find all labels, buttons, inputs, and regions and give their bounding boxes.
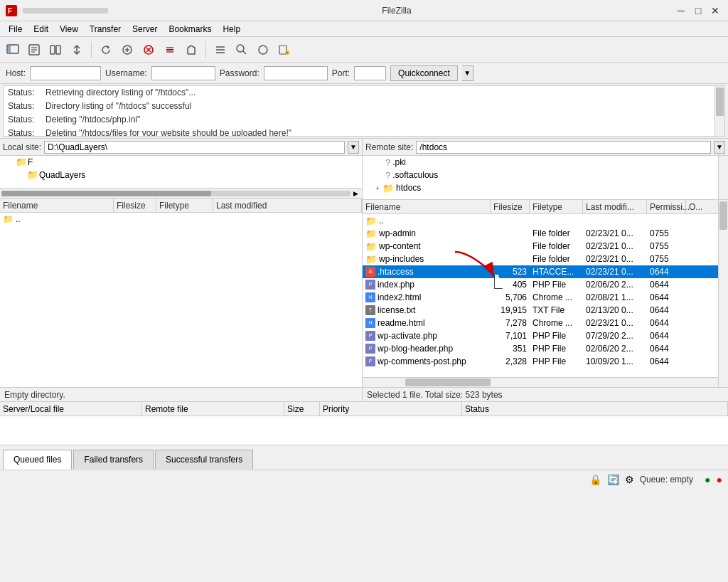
tab-successful-transfers[interactable]: Successful transfers — [155, 450, 253, 470]
maximize-button[interactable]: □ — [691, 4, 705, 18]
remote-tree-htdocs[interactable]: + 📁 htdocs — [363, 181, 728, 194]
status-line: Status:Deleting "/htdocs/php.ini" — [4, 113, 724, 127]
local-tree-item-f[interactable]: 📁 F — [0, 156, 362, 169]
transfer-col-remote: Remote file — [142, 402, 284, 416]
toolbar-refresh[interactable] — [96, 40, 116, 60]
menu-server[interactable]: Server — [127, 21, 163, 36]
status-line: Status:Directory listing of "/htdocs" su… — [4, 100, 724, 113]
menu-transfer[interactable]: Transfer — [84, 21, 127, 36]
server-icon: ⚙ — [625, 474, 634, 485]
transfer-col-status: Status — [462, 402, 728, 416]
host-label: Host: — [6, 68, 26, 78]
local-col-modified[interactable]: Last modified — [213, 199, 362, 212]
remote-file-row[interactable]: 📁 wp-admin File folder 02/23/21 0... 075… — [363, 227, 728, 240]
toolbar-sep2 — [205, 41, 206, 58]
remote-files: 📁 .. 📁 wp-admin File folder 02/23/21 0..… — [363, 214, 728, 377]
remote-site-label: Remote site: — [365, 142, 413, 152]
toolbar-sitemanager[interactable] — [3, 40, 23, 60]
remote-file-row[interactable]: T license.txt 19,915 TXT File 02/13/20 0… — [363, 304, 728, 317]
folder-icon-htdocs: 📁 — [382, 183, 394, 194]
remote-col-filename[interactable]: Filename — [363, 200, 491, 213]
close-button[interactable]: ✕ — [708, 4, 722, 18]
remote-path-dropdown[interactable]: ▼ — [714, 141, 725, 154]
remote-file-row[interactable]: A .htaccess 523 HTACCE... 02/23/21 0... … — [363, 265, 728, 278]
local-file-row-parent[interactable]: 📁 .. — [0, 213, 362, 226]
password-input[interactable] — [264, 66, 328, 80]
tab-failed-transfers[interactable]: Failed transfers — [73, 450, 154, 470]
remote-col-filetype[interactable]: Filetype — [530, 200, 583, 213]
toolbar-btn9[interactable] — [181, 40, 201, 60]
menu-file[interactable]: File — [3, 21, 28, 36]
remote-file-row[interactable]: 📁 .. — [363, 214, 728, 227]
remote-col-modified[interactable]: Last modifi... — [583, 200, 647, 213]
remote-path-input[interactable] — [416, 141, 711, 154]
local-col-filetype[interactable]: Filetype — [156, 199, 213, 212]
parent-folder-icon: 📁 — [365, 216, 377, 226]
toolbar-queue-up[interactable] — [210, 40, 230, 60]
toolbar-btn6[interactable] — [117, 40, 137, 60]
svg-point-27 — [237, 45, 244, 52]
remote-col-filesize[interactable]: Filesize — [491, 200, 530, 213]
network-icon: 🔄 — [607, 474, 619, 485]
local-path-dropdown[interactable]: ▼ — [348, 141, 359, 154]
main-panels: Local site: ▼ 📁 F 📁 QuadLayers ▶ — [0, 138, 728, 401]
title-bar: F FileZilla ─ □ ✕ — [0, 0, 728, 21]
menu-edit[interactable]: Edit — [28, 21, 54, 36]
app-title: FileZilla — [119, 6, 674, 16]
lock-icon: 🔒 — [589, 474, 601, 485]
local-col-filesize[interactable]: Filesize — [114, 199, 156, 212]
toolbar-btn4[interactable] — [67, 40, 87, 60]
unknown-icon-soft: ? — [385, 170, 390, 181]
remote-file-row[interactable]: H readme.html 7,278 Chrome ... 02/23/21 … — [363, 317, 728, 329]
status-scrollbar[interactable] — [714, 86, 724, 136]
username-input[interactable] — [151, 66, 215, 80]
menu-bookmarks[interactable]: Bookmarks — [163, 21, 217, 36]
remote-col-perm[interactable]: Permissi... — [647, 200, 686, 213]
local-path-input[interactable] — [44, 141, 345, 154]
menu-help[interactable]: Help — [217, 21, 246, 36]
remote-file-row[interactable]: P wp-comments-post.php 2,328 PHP File 10… — [363, 355, 728, 368]
remote-file-row[interactable]: P wp-blog-header.php 351 PHP File 02/06/… — [363, 342, 728, 355]
toolbar-btn8[interactable] — [160, 40, 180, 60]
quickconnect-dropdown[interactable]: ▼ — [462, 65, 473, 81]
port-label: Port: — [332, 68, 350, 78]
svg-rect-5 — [8, 48, 9, 50]
toolbar-btn3[interactable] — [46, 40, 65, 60]
local-tree-item-quadlayers[interactable]: 📁 QuadLayers — [0, 169, 362, 181]
remote-panel-header: Remote site: ▼ — [363, 139, 728, 156]
remote-file-row[interactable]: P index.php 405 PHP File 02/06/20 2... 0… — [363, 278, 728, 291]
transfer-col-priority: Priority — [320, 402, 462, 416]
remote-file-row[interactable]: 📁 wp-includes File folder 02/23/21 0... … — [363, 253, 728, 265]
svg-rect-6 — [8, 51, 9, 52]
remote-scrollbar-h[interactable] — [363, 377, 718, 387]
txt-icon: T — [365, 305, 375, 315]
remote-scrollbar-v[interactable] — [718, 200, 728, 387]
port-input[interactable] — [354, 66, 386, 80]
host-input[interactable] — [30, 66, 101, 80]
red-dot-icon: ● — [717, 474, 722, 485]
remote-file-row[interactable]: P wp-activate.php 7,101 PHP File 07/29/2… — [363, 329, 728, 342]
remote-file-row[interactable]: H index2.html 5,706 Chrome ... 02/08/21 … — [363, 291, 728, 304]
toolbar-sep1 — [91, 41, 92, 58]
remote-file-row[interactable]: 📁 wp-content File folder 02/23/21 0... 0… — [363, 240, 728, 253]
tab-queued-files[interactable]: Queued files — [3, 450, 72, 470]
local-files-container: 📁 .. — [0, 213, 362, 387]
quickconnect-button[interactable]: Quickconnect — [390, 65, 458, 81]
minimize-button[interactable]: ─ — [674, 4, 688, 18]
toolbar-filter[interactable] — [253, 40, 273, 60]
remote-tree-pki[interactable]: ? .pki — [363, 156, 728, 169]
remote-tree-softaculous[interactable]: ? .softaculous — [363, 169, 728, 181]
menu-bar: File Edit View Transfer Server Bookmarks… — [0, 21, 728, 37]
local-col-filename[interactable]: Filename — [0, 199, 114, 212]
app-logo: F — [6, 5, 17, 16]
menu-view[interactable]: View — [54, 21, 84, 36]
php-icon: P — [365, 356, 375, 366]
toolbar-search[interactable] — [232, 40, 252, 60]
php-icon: P — [365, 344, 375, 354]
toolbar-btn2[interactable] — [24, 40, 44, 60]
toolbar-find[interactable] — [274, 40, 294, 60]
toolbar-cancel[interactable] — [139, 40, 159, 60]
status-area: Status:Retrieving directory listing of "… — [3, 85, 725, 137]
folder-icon: 📁 — [365, 228, 377, 239]
local-tree-label-ql: QuadLayers — [39, 170, 85, 180]
